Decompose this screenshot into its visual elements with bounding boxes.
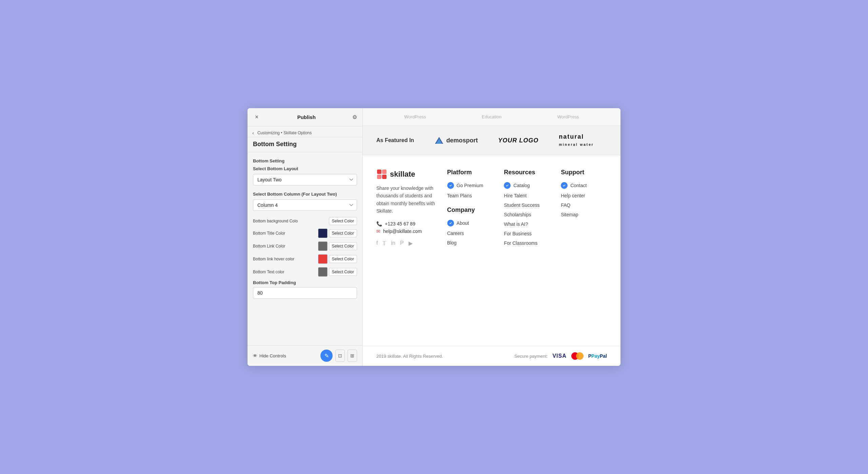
- email-line: ✉ help@skillate.com: [376, 229, 436, 234]
- color-row-title: Bottom Title Color Select Color: [253, 229, 357, 238]
- payment-label: Secure payment:: [514, 354, 548, 359]
- yourlogo-logo: YOUR LOGO: [498, 137, 538, 144]
- gear-button[interactable]: ⚙: [352, 114, 357, 120]
- edit-icon-button[interactable]: ✎: [320, 350, 333, 362]
- footer-link-go-premium[interactable]: Go Premium: [447, 182, 493, 189]
- column-select[interactable]: Column 1 Column 2 Column 3 Column 4: [253, 199, 357, 211]
- footer-link-student-success[interactable]: Student Success: [504, 202, 550, 208]
- link-blog-label: Blog: [447, 240, 457, 245]
- color-label-bg: Bottom background Colo: [253, 219, 329, 223]
- demosport-logo: demosport: [434, 136, 478, 144]
- footer-link-blog[interactable]: Blog: [447, 240, 493, 245]
- footer-link-contact[interactable]: Contact: [561, 182, 607, 189]
- phone-icon: 📞: [376, 221, 382, 226]
- footer-link-sitemap[interactable]: Sitemap: [561, 212, 607, 217]
- copyright-text: 2019 skillate. All Rights Reserved.: [376, 354, 443, 359]
- publish-button[interactable]: Publish: [297, 114, 316, 120]
- sidebar-content: Bottom Setting Select Bottom Layout Layo…: [248, 152, 362, 345]
- linkedin-icon[interactable]: in: [391, 240, 395, 246]
- platform-title: Platform: [447, 169, 493, 176]
- link-team-plans-label: Team Plans: [447, 193, 472, 198]
- footer-link-help-center[interactable]: Help center: [561, 193, 607, 198]
- hide-controls-label: Hide Controls: [259, 353, 286, 358]
- grid-icon-button[interactable]: ⊞: [348, 350, 357, 362]
- paypal-logo: PPayPal: [588, 353, 607, 359]
- footer-support-col: Support Contact Help center FAQ Si: [561, 169, 607, 250]
- svg-rect-5: [382, 175, 387, 179]
- back-button[interactable]: ‹: [251, 130, 255, 136]
- dot-contact: [561, 182, 568, 189]
- footer-resources-col: Resources Catalog Hire Talent Student Su…: [504, 169, 550, 250]
- layout-select[interactable]: Layout One Layout Two Layout Three: [253, 174, 357, 185]
- color-label-hover: Bottom link hover color: [253, 257, 318, 261]
- facebook-icon[interactable]: f: [376, 240, 378, 246]
- column-section-label: Select Bottom Column (For Layout Two): [253, 192, 357, 197]
- color-swatch-text: [318, 267, 328, 277]
- sidebar-bottom: 👁 Hide Controls ✎ ⊡ ⊞: [248, 345, 362, 366]
- resources-title: Resources: [504, 169, 550, 176]
- hide-controls-button[interactable]: 👁 Hide Controls: [253, 353, 286, 358]
- demosport-text: demosport: [446, 137, 478, 144]
- logo-wordpress-2: WordPress: [557, 114, 579, 119]
- visa-logo: VISA: [552, 353, 566, 359]
- link-scholarships-label: Scholarships: [504, 212, 531, 217]
- padding-section: Bottom Top Padding: [253, 280, 357, 299]
- support-title: Support: [561, 169, 607, 176]
- padding-input[interactable]: [253, 287, 357, 299]
- link-careers-label: Careers: [447, 231, 464, 236]
- sidebar-title: Bottom Setting: [248, 137, 362, 152]
- bottom-icons: ✎ ⊡ ⊞: [320, 350, 357, 362]
- layout-icon-button[interactable]: ⊡: [335, 350, 345, 362]
- featured-section: As Featured In demosport YOUR LOGO natur…: [363, 126, 620, 155]
- logo-wordpress-1: WordPress: [404, 114, 426, 119]
- twitter-icon[interactable]: 𝕋: [382, 240, 386, 246]
- logos-bar: WordPress Education WordPress: [363, 108, 620, 126]
- mastercard-logo: [571, 352, 584, 360]
- link-faq-label: FAQ: [561, 202, 570, 208]
- footer-platform-col: Platform Go Premium Team Plans Company: [447, 169, 493, 250]
- youtube-icon[interactable]: ▶: [409, 240, 413, 246]
- layout-dropdown-row: Select Bottom Layout Layout One Layout T…: [253, 166, 357, 185]
- skillate-icon: [376, 169, 387, 180]
- color-row-bg: Bottom background Colo Select Color: [253, 217, 357, 225]
- layout-section-label: Select Bottom Layout: [253, 166, 357, 171]
- color-select-bg[interactable]: Select Color: [329, 217, 357, 225]
- svg-rect-3: [382, 170, 387, 174]
- close-button[interactable]: ×: [253, 113, 261, 121]
- eye-icon: 👁: [253, 353, 257, 358]
- dot-go-premium: [447, 182, 454, 189]
- footer-tagline: Share your knowledge with thousands of s…: [376, 184, 436, 215]
- footer-socials: f 𝕋 in P ▶: [376, 240, 436, 246]
- footer-link-careers[interactable]: Careers: [447, 231, 493, 236]
- link-help-center-label: Help center: [561, 193, 585, 198]
- footer-link-hire-talent[interactable]: Hire Talent: [504, 193, 550, 198]
- footer-link-what-is-ai[interactable]: What is AI?: [504, 221, 550, 227]
- footer-link-faq[interactable]: FAQ: [561, 202, 607, 208]
- sidebar: × Publish ⚙ ‹ Customizing • Skillate Opt…: [248, 108, 363, 366]
- link-hire-talent-label: Hire Talent: [504, 193, 527, 198]
- footer-link-catalog[interactable]: Catalog: [504, 182, 550, 189]
- footer-link-for-classrooms[interactable]: For Classrooms: [504, 240, 550, 246]
- color-select-link[interactable]: Select Color: [329, 242, 357, 250]
- column-dropdown-row: Select Bottom Column (For Layout Two) Co…: [253, 192, 357, 211]
- color-select-hover[interactable]: Select Color: [329, 255, 357, 263]
- color-swatch-hover: [318, 254, 328, 264]
- payment-section: Secure payment: VISA PPayPal: [514, 352, 607, 360]
- color-row-link: Bottom Link Color Select Color: [253, 241, 357, 251]
- footer-link-about[interactable]: About: [447, 220, 493, 226]
- dot-catalog: [504, 182, 511, 189]
- color-row-text: Bottom Text color Select Color: [253, 267, 357, 277]
- footer-link-for-business[interactable]: For Business: [504, 231, 550, 236]
- sidebar-top-bar: × Publish ⚙: [248, 108, 362, 126]
- color-select-text[interactable]: Select Color: [329, 268, 357, 276]
- email-icon: ✉: [376, 229, 380, 234]
- footer-link-scholarships[interactable]: Scholarships: [504, 212, 550, 217]
- preview-panel: WordPress Education WordPress As Feature…: [363, 108, 620, 366]
- pinterest-icon[interactable]: P: [400, 240, 404, 246]
- footer-link-team-plans[interactable]: Team Plans: [447, 193, 493, 198]
- link-go-premium-label: Go Premium: [457, 183, 484, 188]
- color-select-title[interactable]: Select Color: [329, 229, 357, 237]
- main-window: × Publish ⚙ ‹ Customizing • Skillate Opt…: [248, 108, 620, 366]
- link-sitemap-label: Sitemap: [561, 212, 578, 217]
- company-title: Company: [447, 206, 493, 214]
